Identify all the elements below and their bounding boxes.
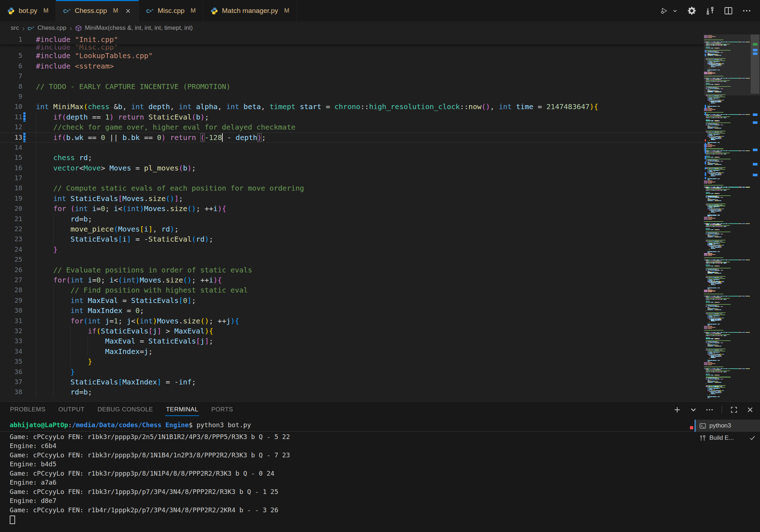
panel-more-actions-button[interactable]: [705, 406, 714, 414]
gutter[interactable]: [22, 143, 36, 153]
run-dropdown[interactable]: [672, 8, 678, 14]
panel-tab-debug-console[interactable]: DEBUG CONSOLE: [97, 402, 153, 417]
gutter[interactable]: [22, 275, 36, 285]
panel-tab-output[interactable]: OUTPUT: [58, 402, 84, 417]
gutter[interactable]: [22, 305, 36, 316]
settings-button[interactable]: [687, 6, 696, 15]
terminal-session-python3[interactable]: python3: [695, 420, 760, 432]
gutter[interactable]: [22, 295, 36, 305]
gutter[interactable]: [22, 387, 36, 397]
run-or-debug-button[interactable]: [660, 6, 669, 15]
gutter[interactable]: [22, 183, 36, 193]
code-line-content[interactable]: rd=b;: [36, 387, 704, 397]
more-actions-button[interactable]: [742, 6, 751, 15]
gutter[interactable]: [22, 132, 36, 143]
code-line-content[interactable]: for (int i=0; i<(int)Moves.size(); ++i){: [36, 204, 704, 214]
gutter[interactable]: [22, 71, 36, 81]
panel-tab-terminal[interactable]: TERMINAL: [166, 402, 198, 417]
gutter[interactable]: [22, 204, 36, 214]
maximize-panel-button[interactable]: [730, 406, 738, 414]
code-line-content[interactable]: [36, 255, 704, 265]
split-editor-button[interactable]: [724, 6, 733, 15]
code-line-content[interactable]: if(depth == 1) return StaticEval(b);: [36, 112, 704, 122]
code-line-content[interactable]: [36, 143, 704, 153]
gutter[interactable]: [22, 326, 36, 336]
code-line-content[interactable]: vector<Move> Moves = pl_moves(b);: [36, 163, 704, 173]
code-line-content[interactable]: int StaticEvals[Moves.size()];: [36, 193, 704, 204]
breadcrumb[interactable]: src›CChess.cpp›MiniMax(chess &, int, int…: [0, 22, 760, 34]
launch-profile-dropdown[interactable]: [689, 406, 698, 414]
gutter[interactable]: [22, 265, 36, 275]
code-line-content[interactable]: [36, 92, 704, 102]
gutter[interactable]: [22, 51, 36, 61]
code-line-content[interactable]: int MiniMax(chess &b, int depth, int alp…: [36, 102, 704, 112]
code-line-content[interactable]: MaxIndex=j;: [36, 346, 704, 356]
code-line-content[interactable]: }: [36, 356, 704, 367]
gutter[interactable]: [22, 92, 36, 102]
code-line-content[interactable]: StaticEvals[MaxIndex] = -inf;: [36, 377, 704, 387]
gutter[interactable]: [22, 244, 36, 255]
panel-tab-problems[interactable]: PROBLEMS: [10, 402, 45, 417]
code-line-content[interactable]: }: [36, 367, 704, 377]
code-line-content[interactable]: // Compute static evals of each position…: [36, 183, 704, 193]
gutter[interactable]: [22, 173, 36, 183]
terminal-session-build-e-[interactable]: Build E...: [695, 432, 760, 444]
gutter[interactable]: [22, 34, 36, 45]
gutter[interactable]: [22, 122, 36, 132]
panel-tab-ports[interactable]: PORTS: [211, 402, 233, 417]
tab-misc-cpp[interactable]: CMisc.cppM: [139, 0, 203, 22]
code-line-content[interactable]: #include "Misc.cpp": [36, 45, 704, 51]
code-line-content[interactable]: #include "Init.cpp": [36, 34, 704, 45]
breadcrumb-item[interactable]: MiniMax(chess &, int, int, int, timept, …: [75, 24, 193, 32]
gutter[interactable]: [22, 377, 36, 387]
code-line-content[interactable]: //check for game over, higher eval for d…: [36, 122, 704, 132]
code-line-content[interactable]: for(int i=0; i<(int)Moves.size(); ++i){: [36, 275, 704, 285]
code-line-content[interactable]: // TODO - EARLY CAPTURE INCENTIVE (PROMO…: [36, 81, 704, 92]
gutter[interactable]: [22, 81, 36, 92]
gutter[interactable]: [22, 112, 36, 122]
code-line-content[interactable]: int MaxIndex = 0;: [36, 305, 704, 316]
gutter[interactable]: [22, 234, 36, 244]
gutter[interactable]: [22, 61, 36, 71]
gutter[interactable]: [22, 316, 36, 326]
code-line-content[interactable]: MaxEval = StaticEvals[j];: [36, 336, 704, 346]
gutter[interactable]: [22, 367, 36, 377]
code-line-content[interactable]: // Find position with highest static eva…: [36, 285, 704, 295]
code-line-content[interactable]: rd=b;: [36, 214, 704, 224]
gutter[interactable]: [22, 336, 36, 346]
tab-match-manager-py[interactable]: Match manager.pyM: [203, 0, 297, 22]
tab-bot-py[interactable]: bot.pyM: [0, 0, 56, 22]
code-editor[interactable]: 1#include "Init.cpp"#include "Misc.cpp"5…: [0, 34, 760, 401]
code-line-content[interactable]: if(StaticEvals[j] > MaxEval){: [36, 326, 704, 336]
terminal-output[interactable]: abhijato@LaPtOp:/media/Data/codes/Chess …: [0, 417, 695, 532]
close-panel-button[interactable]: [746, 406, 754, 414]
code-line-content[interactable]: move_piece(Moves[i], rd);: [36, 224, 704, 234]
gutter[interactable]: [22, 102, 36, 112]
code-lines[interactable]: 1#include "Init.cpp"#include "Misc.cpp"5…: [0, 34, 704, 401]
gutter[interactable]: [22, 163, 36, 173]
minimap-slider[interactable]: [704, 34, 760, 95]
code-line-content[interactable]: [36, 71, 704, 81]
code-line-content[interactable]: #include <sstream>: [36, 61, 704, 71]
tab-close-button[interactable]: [125, 8, 131, 14]
gutter[interactable]: [22, 255, 36, 265]
code-line-content[interactable]: StaticEvals[i] = -StaticEval(rd);: [36, 234, 704, 244]
code-line-content[interactable]: chess rd;: [36, 153, 704, 163]
code-line-content[interactable]: // Evaluate positions in order of static…: [36, 265, 704, 275]
code-line-content[interactable]: [36, 173, 704, 183]
breadcrumb-item[interactable]: CChess.cpp: [28, 24, 66, 32]
code-line-content[interactable]: #include "LookupTables.cpp": [36, 51, 704, 61]
new-terminal-button[interactable]: [673, 406, 681, 414]
gutter[interactable]: [22, 346, 36, 356]
gutter[interactable]: [22, 193, 36, 204]
open-changes-button[interactable]: [705, 6, 715, 15]
gutter[interactable]: [22, 214, 36, 224]
tab-chess-cpp[interactable]: CChess.cppM: [56, 0, 139, 22]
gutter[interactable]: [22, 224, 36, 234]
gutter[interactable]: [22, 153, 36, 163]
code-line-content[interactable]: for(int j=1; j<(int)Moves.size(); ++j){: [36, 316, 704, 326]
code-line-content[interactable]: if(b.wk == 0 || b.bk == 0) return (-128 …: [36, 132, 704, 143]
code-line-content[interactable]: }: [36, 244, 704, 255]
code-line-content[interactable]: int MaxEval = StaticEvals[0];: [36, 295, 704, 305]
gutter[interactable]: [22, 285, 36, 295]
